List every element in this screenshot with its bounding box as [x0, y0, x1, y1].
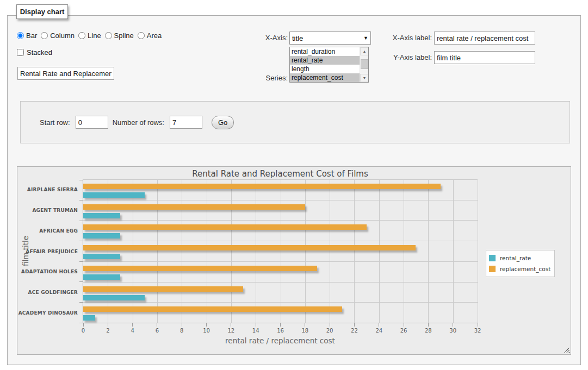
chart-panel: Rental Rate and Replacement Cost of Film… [17, 166, 571, 355]
chart-type-radio-spline[interactable] [105, 32, 112, 39]
y-tick-mark [79, 221, 83, 221]
x-tick-label: 24 [371, 328, 387, 334]
x-tick-mark [428, 323, 429, 327]
stacked-checkbox[interactable] [17, 49, 24, 56]
x-tick-mark [157, 323, 157, 327]
y-tick-mark [79, 261, 83, 262]
chart-legend: rental_ratereplacement_cost [486, 250, 555, 277]
chart-type-radio-area[interactable] [138, 32, 145, 39]
bar-group [83, 241, 478, 261]
x-tick-label: 12 [223, 328, 239, 334]
x-tick-label: 22 [346, 328, 362, 334]
series-scrollbar[interactable]: ▲ ▼ [360, 47, 368, 82]
number-of-rows-label: Number of rows: [113, 118, 164, 127]
go-button[interactable]: Go [212, 116, 234, 129]
y-tick-mark [79, 302, 83, 303]
bar-rental_rate [83, 254, 120, 259]
chart-type-label: Line [88, 32, 101, 40]
x-tick-label: 14 [247, 328, 264, 334]
bar-rental_rate [83, 315, 95, 321]
x-axis-select-value: title [292, 34, 303, 42]
x-axis-select-label: X-Axis: [233, 34, 288, 42]
chart-type-radio-bar[interactable] [17, 32, 24, 39]
bar-rental_rate [83, 213, 120, 218]
legend-label: replacement_cost [500, 266, 550, 272]
x-tick-mark [478, 323, 478, 327]
x-tick-label: 32 [469, 328, 486, 334]
bar-rental_rate [83, 295, 145, 300]
bar-group [83, 283, 478, 303]
series-option-length[interactable]: length [290, 65, 360, 73]
x-tick-label: 16 [273, 328, 289, 334]
plot-area: 02468101214161820222426283032AIRPLANE SI… [83, 179, 478, 323]
chart-type-label: Spline [114, 32, 134, 40]
bar-group [83, 303, 478, 323]
chart-type-radio-column[interactable] [41, 32, 48, 39]
category-label: ACADEMY DINOSAUR [18, 310, 78, 316]
x-tick-label: 18 [297, 328, 313, 334]
x-axis-label-input[interactable] [434, 32, 535, 45]
x-tick-mark [132, 323, 133, 327]
bar-replacement_cost [83, 286, 243, 292]
chart-type-option-column: Column [41, 32, 75, 40]
bar-replacement_cost [83, 306, 342, 312]
legend-swatch-replacement_cost [489, 266, 496, 272]
category-label: AFRICAN EGG [39, 228, 78, 234]
chart-category-row: AIRPLANE SIERRA [83, 180, 478, 200]
x-tick-label: 6 [149, 328, 165, 334]
bar-replacement_cost [83, 245, 416, 250]
chart-type-radio-line[interactable] [78, 32, 85, 39]
y-tick-mark [79, 323, 83, 323]
x-tick-mark [280, 323, 281, 327]
number-of-rows-input[interactable] [170, 116, 202, 129]
bar-group [83, 180, 478, 200]
y-tick-mark [79, 180, 83, 180]
chart-title-input[interactable] [17, 67, 114, 80]
resize-handle-icon[interactable] [564, 347, 570, 353]
bar-replacement_cost [83, 266, 317, 271]
x-tick-label: 28 [420, 328, 436, 334]
x-tick-mark [305, 323, 305, 327]
y-tick-mark [79, 241, 83, 241]
legend-swatch-rental_rate [489, 255, 496, 261]
x-tick-mark [404, 323, 404, 327]
x-axis-select[interactable]: title ▼ [289, 32, 371, 45]
chart-type-option-spline: Spline [105, 32, 134, 40]
chart-type-option-area: Area [138, 32, 162, 40]
scroll-down-icon[interactable]: ▼ [360, 74, 369, 82]
y-axis-label-input[interactable] [434, 51, 535, 64]
category-label: AFFAIR PREJUDICE [26, 249, 78, 254]
chart-category-row: ACE GOLDFINGER [83, 283, 478, 303]
stacked-label: Stacked [27, 48, 52, 57]
x-tick-mark [108, 323, 108, 327]
bar-replacement_cost [83, 204, 305, 210]
gridline [478, 180, 478, 323]
x-tick-label: 0 [75, 328, 91, 334]
series-option-rental_duration[interactable]: rental_duration [290, 47, 360, 56]
stacked-row: Stacked [17, 48, 52, 57]
x-tick-mark [379, 323, 379, 327]
x-tick-mark [453, 323, 453, 327]
y-tick-mark [79, 281, 83, 282]
start-row-input[interactable] [76, 116, 108, 129]
x-tick-label: 10 [199, 328, 215, 334]
chart-type-option-line: Line [78, 32, 101, 40]
bar-replacement_cost [83, 224, 367, 230]
x-tick-mark [354, 323, 355, 327]
series-multiselect[interactable]: rental_durationrental_ratelengthreplacem… [289, 47, 369, 83]
bar-rental_rate [83, 233, 120, 239]
chart-category-row: AFFAIR PREJUDICE [83, 241, 478, 262]
chart-type-option-bar: Bar [17, 32, 37, 40]
series-label: Series: [233, 74, 288, 82]
bar-group [83, 200, 478, 221]
legend-item-rental_rate: rental_rate [489, 253, 550, 264]
legend-label: rental_rate [500, 255, 531, 261]
x-tick-label: 4 [125, 328, 141, 334]
series-option-rental_rate[interactable]: rental_rate [290, 56, 360, 65]
bar-rental_rate [83, 192, 145, 198]
bar-group [83, 262, 478, 282]
bar-rental_rate [83, 274, 120, 280]
series-option-replacement_cost[interactable]: replacement_cost [290, 73, 360, 82]
x-tick-mark [256, 323, 256, 327]
bar-group [83, 221, 478, 241]
